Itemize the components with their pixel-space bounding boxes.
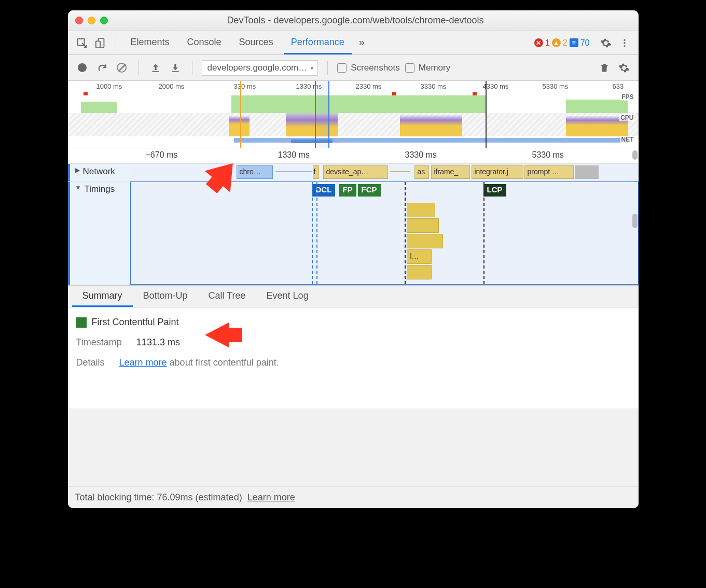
close-icon[interactable] — [75, 17, 83, 24]
devtools-window: DevTools - developers.google.com/web/too… — [68, 10, 639, 508]
tab-summary[interactable]: Summary — [72, 286, 133, 307]
network-request[interactable]: iframe_ — [431, 165, 470, 179]
timing-marker-lcp[interactable]: LCP — [483, 184, 506, 197]
recording-selector[interactable]: developers.google.com… — [202, 60, 319, 76]
tab-event-log[interactable]: Event Log — [256, 286, 319, 307]
long-task[interactable]: l… — [407, 249, 432, 264]
settings-icon[interactable] — [598, 35, 614, 51]
error-icon: ✕ — [534, 38, 543, 47]
ruler-tick: 5330 ms — [543, 82, 569, 90]
overview-ruler: 1000 ms 2000 ms 330 ms 1330 ms 2330 ms 3… — [68, 81, 639, 92]
summary-pane: First Contentful Paint Timestamp 1131.3 … — [68, 307, 639, 409]
tab-elements[interactable]: Elements — [123, 31, 177, 54]
timing-marker-dcl[interactable]: DCL — [312, 184, 336, 197]
timestamp-row: Timestamp 1131.3 ms — [76, 337, 630, 348]
timing-marker-fcp[interactable]: FCP — [358, 184, 381, 197]
details-label: Details — [76, 357, 105, 368]
ruler-tick: 1330 ms — [278, 150, 310, 160]
network-request[interactable]: as — [414, 165, 429, 179]
screenshots-checkbox[interactable]: Screenshots — [337, 63, 400, 73]
titlebar: DevTools - developers.google.com/web/too… — [68, 10, 639, 31]
tab-console[interactable]: Console — [180, 31, 229, 54]
cpu-row: CPU — [68, 113, 639, 136]
device-toggle-icon[interactable] — [93, 35, 108, 51]
event-name: First Contentful Paint — [92, 317, 179, 328]
message-count: 70 — [580, 38, 590, 48]
record-button[interactable] — [75, 61, 90, 75]
capture-settings-icon[interactable] — [617, 61, 631, 75]
message-icon: ≡ — [570, 38, 578, 47]
summary-title: First Contentful Paint — [76, 317, 630, 328]
download-icon[interactable] — [168, 61, 183, 75]
timing-marker-fp[interactable]: FP — [339, 184, 356, 197]
overview-selection[interactable] — [315, 81, 329, 148]
long-task[interactable] — [407, 265, 432, 279]
timing-line — [316, 182, 317, 284]
tab-bottom-up[interactable]: Bottom-Up — [133, 286, 198, 307]
overview-pane[interactable]: 1000 ms 2000 ms 330 ms 1330 ms 2330 ms 3… — [68, 81, 639, 148]
warning-count: 2 — [563, 38, 567, 48]
clear-button[interactable] — [115, 61, 129, 75]
network-request[interactable]: f — [313, 165, 319, 179]
footer-learn-more-link[interactable]: Learn more — [247, 492, 295, 502]
svg-point-3 — [624, 39, 625, 40]
separator — [139, 61, 139, 75]
separator — [192, 61, 192, 75]
svg-point-5 — [624, 45, 625, 47]
timestamp-value: 1131.3 ms — [136, 337, 180, 348]
long-task[interactable] — [407, 234, 443, 248]
maximize-icon[interactable] — [100, 17, 108, 24]
footer: Total blocking time: 76.09ms (estimated)… — [68, 486, 639, 508]
trash-icon[interactable] — [597, 61, 612, 75]
inspect-icon[interactable] — [74, 35, 90, 51]
flame-chart[interactable]: −670 ms 1330 ms 3330 ms 5330 ms ▶ Networ… — [68, 148, 639, 286]
long-task[interactable] — [407, 203, 435, 217]
panel-tabbar: Elements Console Sources Performance » ✕… — [68, 31, 639, 55]
track-label-text: Timings — [84, 184, 115, 194]
error-count: 1 — [545, 38, 550, 48]
ruler-tick: 1000 ms — [96, 82, 122, 90]
learn-more-link[interactable]: Learn more — [119, 357, 167, 368]
scrollbar-thumb[interactable] — [632, 214, 638, 228]
detail-tabs: Summary Bottom-Up Call Tree Event Log — [68, 286, 639, 307]
separator — [327, 61, 328, 75]
blocking-time-text: Total blocking time: 76.09ms (estimated) — [75, 492, 242, 502]
screenshots-label: Screenshots — [351, 63, 400, 73]
memory-checkbox[interactable]: Memory — [405, 63, 450, 73]
ruler-tick: 330 ms — [234, 82, 256, 90]
warning-icon: ▲ — [552, 38, 561, 47]
tab-call-tree[interactable]: Call Tree — [198, 286, 256, 307]
network-track: ▶ Network chro… f devsite_ap… as iframe_… — [68, 164, 639, 181]
fps-label: FPS — [620, 93, 635, 101]
timings-track: ▼ Timings DCL FP FCP LCP l… — [68, 181, 639, 285]
ruler-tick: −670 ms — [146, 150, 178, 160]
memory-label: Memory — [419, 63, 450, 73]
network-track-label[interactable]: ▶ Network — [68, 164, 130, 181]
scrollbar-thumb[interactable] — [632, 150, 638, 160]
details-row: Details Learn more about first contentfu… — [76, 357, 630, 368]
ruler-tick: 4330 ms — [483, 82, 509, 90]
separator — [116, 36, 116, 50]
ruler-tick: 633 — [613, 82, 624, 90]
more-tabs-icon[interactable]: » — [355, 31, 369, 54]
network-request[interactable]: prompt … — [524, 165, 574, 179]
timing-line — [483, 182, 484, 284]
chevron-right-icon: ▶ — [75, 166, 80, 174]
tab-sources[interactable]: Sources — [232, 31, 281, 54]
tab-performance[interactable]: Performance — [284, 31, 352, 54]
network-request[interactable]: devsite_ap… — [323, 165, 388, 179]
overview-marker — [240, 81, 241, 148]
long-task[interactable] — [407, 218, 439, 233]
fps-row: FPS — [68, 92, 639, 113]
ruler-tick: 3330 ms — [405, 150, 437, 160]
reload-button[interactable] — [95, 61, 109, 75]
minimize-icon[interactable] — [88, 17, 95, 24]
perf-toolbar: developers.google.com… Screenshots Memor… — [68, 55, 639, 81]
network-request[interactable]: integrator.j — [472, 165, 523, 179]
upload-icon[interactable] — [148, 61, 163, 75]
timings-track-label[interactable]: ▼ Timings — [68, 181, 130, 285]
kebab-menu-icon[interactable] — [617, 35, 632, 51]
ruler-tick: 2330 ms — [356, 82, 382, 90]
checkbox-icon — [337, 63, 347, 73]
console-counters[interactable]: ✕ 1 ▲ 2 ≡ 70 — [534, 38, 590, 48]
